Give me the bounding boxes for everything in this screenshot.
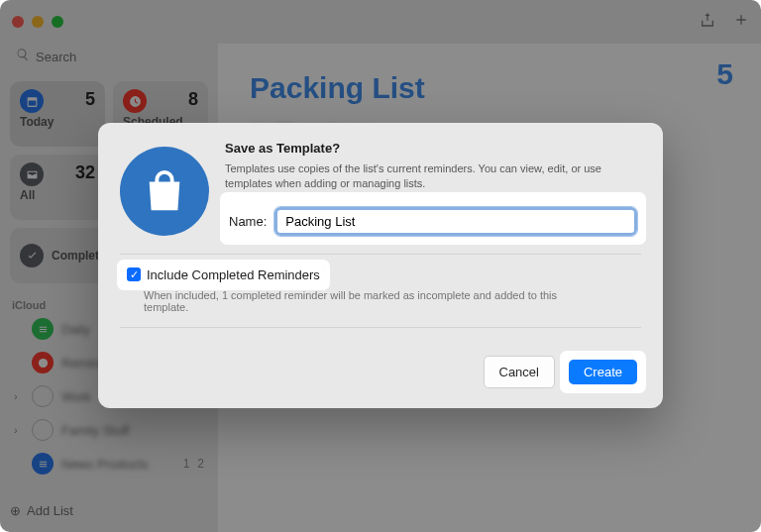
checkmark-icon: ✓ <box>127 267 141 281</box>
shopping-bag-icon <box>120 147 209 236</box>
cancel-button[interactable]: Cancel <box>484 356 555 388</box>
template-name-input[interactable] <box>274 207 637 236</box>
modal-overlay: Save as Template? Templates use copies o… <box>0 0 761 532</box>
dialog-subtitle: Templates use copies of the list's curre… <box>225 161 641 191</box>
create-button[interactable]: Create <box>569 360 637 384</box>
include-completed-checkbox[interactable]: ✓ Include Completed Reminders <box>122 265 325 285</box>
dialog-title: Save as Template? <box>225 141 641 156</box>
checkbox-sublabel: When included, 1 completed reminder will… <box>144 289 560 313</box>
name-label: Name: <box>229 214 267 229</box>
checkbox-label: Include Completed Reminders <box>147 267 320 282</box>
app-window: 5 Today 8 Scheduled 32 All <box>0 0 761 532</box>
save-template-dialog: Save as Template? Templates use copies o… <box>98 123 663 408</box>
